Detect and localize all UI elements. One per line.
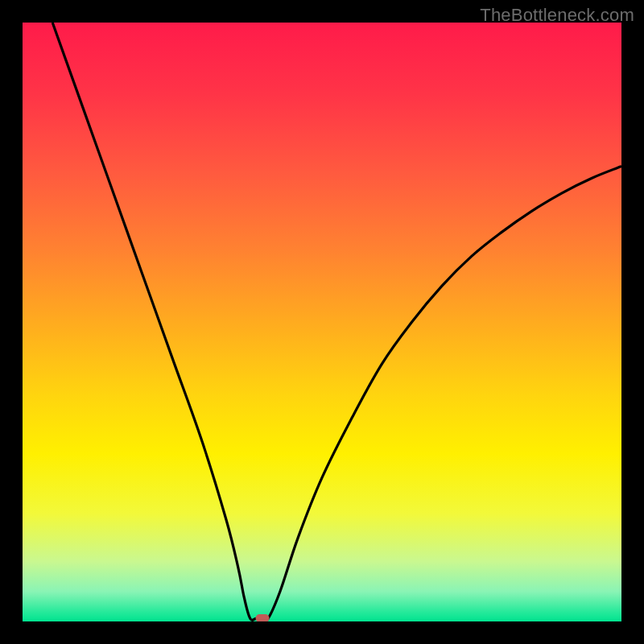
bottleneck-curve [23,23,621,621]
watermark-text: TheBottleneck.com [480,5,634,26]
chart-frame [23,23,621,621]
optimum-marker [255,614,269,621]
curve-path [52,23,621,621]
